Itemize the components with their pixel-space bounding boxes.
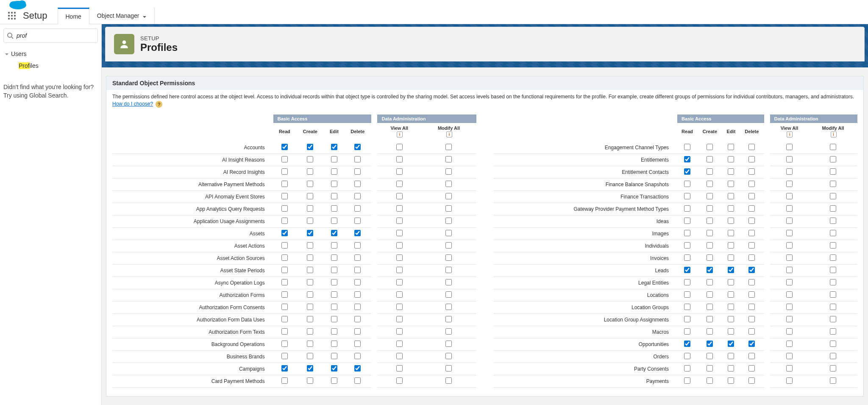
perm-checkbox[interactable]	[728, 181, 734, 187]
perm-checkbox[interactable]	[354, 316, 361, 322]
perm-checkbox[interactable]	[354, 144, 361, 150]
perm-checkbox[interactable]	[307, 156, 313, 162]
perm-checkbox[interactable]	[830, 267, 836, 273]
perm-checkbox[interactable]	[748, 254, 755, 261]
perm-checkbox[interactable]	[396, 377, 403, 384]
perm-checkbox[interactable]	[281, 316, 288, 322]
perm-checkbox[interactable]	[684, 168, 690, 175]
perm-checkbox[interactable]	[748, 365, 755, 371]
perm-checkbox[interactable]	[331, 230, 337, 236]
perm-checkbox[interactable]	[707, 218, 713, 224]
perm-checkbox[interactable]	[354, 353, 361, 359]
perm-checkbox[interactable]	[707, 328, 713, 335]
quick-find-input[interactable]	[3, 28, 98, 43]
perm-checkbox[interactable]	[728, 144, 734, 150]
perm-checkbox[interactable]	[684, 328, 690, 335]
perm-checkbox[interactable]	[307, 181, 313, 187]
perm-checkbox[interactable]	[707, 254, 713, 261]
perm-checkbox[interactable]	[445, 242, 452, 249]
perm-checkbox[interactable]	[307, 144, 313, 150]
perm-checkbox[interactable]	[331, 328, 337, 335]
perm-checkbox[interactable]	[748, 144, 755, 150]
perm-checkbox[interactable]	[396, 328, 403, 335]
perm-checkbox[interactable]	[748, 230, 755, 236]
perm-checkbox[interactable]	[830, 328, 836, 335]
perm-checkbox[interactable]	[354, 230, 361, 236]
perm-checkbox[interactable]	[331, 144, 337, 150]
perm-checkbox[interactable]	[396, 291, 403, 298]
perm-checkbox[interactable]	[786, 291, 793, 298]
perm-checkbox[interactable]	[830, 316, 836, 322]
perm-checkbox[interactable]	[307, 254, 313, 261]
perm-checkbox[interactable]	[786, 218, 793, 224]
perm-checkbox[interactable]	[281, 168, 288, 175]
perm-checkbox[interactable]	[786, 377, 793, 384]
perm-checkbox[interactable]	[786, 316, 793, 322]
perm-checkbox[interactable]	[281, 328, 288, 335]
perm-checkbox[interactable]	[830, 291, 836, 298]
perm-checkbox[interactable]	[684, 144, 690, 150]
tree-node-users[interactable]: Users	[3, 49, 98, 59]
perm-checkbox[interactable]	[684, 353, 690, 359]
perm-checkbox[interactable]	[748, 267, 755, 273]
perm-checkbox[interactable]	[445, 341, 452, 347]
perm-checkbox[interactable]	[331, 267, 337, 273]
perm-checkbox[interactable]	[307, 304, 313, 310]
perm-checkbox[interactable]	[445, 144, 452, 150]
perm-checkbox[interactable]	[684, 205, 690, 212]
perm-checkbox[interactable]	[396, 193, 403, 199]
perm-checkbox[interactable]	[445, 279, 452, 285]
perm-checkbox[interactable]	[331, 205, 337, 212]
perm-checkbox[interactable]	[728, 193, 734, 199]
perm-checkbox[interactable]	[728, 242, 734, 249]
perm-checkbox[interactable]	[354, 242, 361, 249]
info-icon[interactable]: i	[397, 131, 403, 137]
perm-checkbox[interactable]	[307, 328, 313, 335]
perm-checkbox[interactable]	[786, 341, 793, 347]
perm-checkbox[interactable]	[396, 279, 403, 285]
perm-checkbox[interactable]	[354, 218, 361, 224]
perm-checkbox[interactable]	[728, 218, 734, 224]
perm-checkbox[interactable]	[331, 193, 337, 199]
perm-checkbox[interactable]	[331, 353, 337, 359]
perm-checkbox[interactable]	[281, 156, 288, 162]
perm-checkbox[interactable]	[830, 156, 836, 162]
perm-checkbox[interactable]	[307, 230, 313, 236]
perm-checkbox[interactable]	[707, 144, 713, 150]
perm-checkbox[interactable]	[684, 267, 690, 273]
perm-checkbox[interactable]	[684, 218, 690, 224]
perm-checkbox[interactable]	[396, 156, 403, 162]
perm-checkbox[interactable]	[684, 316, 690, 322]
perm-checkbox[interactable]	[786, 242, 793, 249]
perm-checkbox[interactable]	[728, 353, 734, 359]
perm-checkbox[interactable]	[396, 365, 403, 371]
perm-checkbox[interactable]	[445, 168, 452, 175]
perm-checkbox[interactable]	[354, 181, 361, 187]
perm-checkbox[interactable]	[830, 304, 836, 310]
perm-checkbox[interactable]	[354, 254, 361, 261]
perm-checkbox[interactable]	[396, 316, 403, 322]
perm-checkbox[interactable]	[707, 156, 713, 162]
perm-checkbox[interactable]	[684, 242, 690, 249]
perm-checkbox[interactable]	[281, 144, 288, 150]
info-icon[interactable]: i	[446, 131, 452, 137]
perm-checkbox[interactable]	[707, 341, 713, 347]
perm-checkbox[interactable]	[707, 353, 713, 359]
perm-checkbox[interactable]	[830, 181, 836, 187]
perm-checkbox[interactable]	[748, 328, 755, 335]
perm-checkbox[interactable]	[707, 242, 713, 249]
perm-checkbox[interactable]	[830, 168, 836, 175]
perm-checkbox[interactable]	[354, 193, 361, 199]
perm-checkbox[interactable]	[786, 279, 793, 285]
perm-checkbox[interactable]	[748, 304, 755, 310]
perm-checkbox[interactable]	[684, 365, 690, 371]
perm-checkbox[interactable]	[396, 144, 403, 150]
perm-checkbox[interactable]	[281, 365, 288, 371]
perm-checkbox[interactable]	[354, 341, 361, 347]
perm-checkbox[interactable]	[786, 230, 793, 236]
perm-checkbox[interactable]	[684, 156, 690, 162]
perm-checkbox[interactable]	[445, 328, 452, 335]
perm-checkbox[interactable]	[354, 267, 361, 273]
perm-checkbox[interactable]	[307, 168, 313, 175]
perm-checkbox[interactable]	[445, 205, 452, 212]
